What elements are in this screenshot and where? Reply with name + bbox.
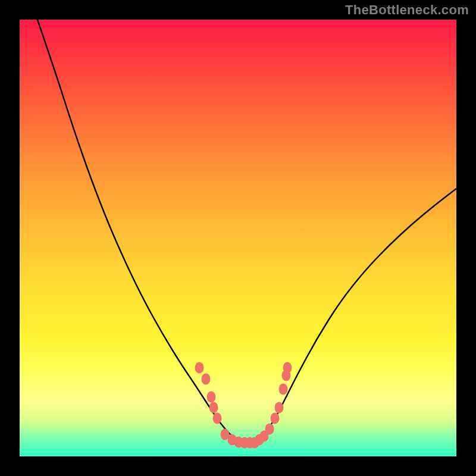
curve-svg	[20, 20, 456, 456]
watermark-text: TheBottleneck.com	[345, 2, 469, 18]
data-point	[283, 362, 292, 374]
data-point	[275, 402, 284, 414]
data-point	[202, 374, 211, 385]
curve-right-branch	[243, 189, 456, 442]
data-point	[207, 392, 216, 403]
chart-frame: TheBottleneck.com	[0, 0, 476, 476]
data-points	[195, 362, 292, 449]
data-point	[213, 413, 222, 424]
plot-area	[20, 20, 456, 456]
data-point	[279, 384, 288, 395]
data-point	[265, 424, 274, 435]
data-point	[209, 402, 218, 414]
curve-left-branch	[37, 20, 243, 442]
data-point	[195, 362, 204, 374]
data-point	[271, 413, 280, 424]
